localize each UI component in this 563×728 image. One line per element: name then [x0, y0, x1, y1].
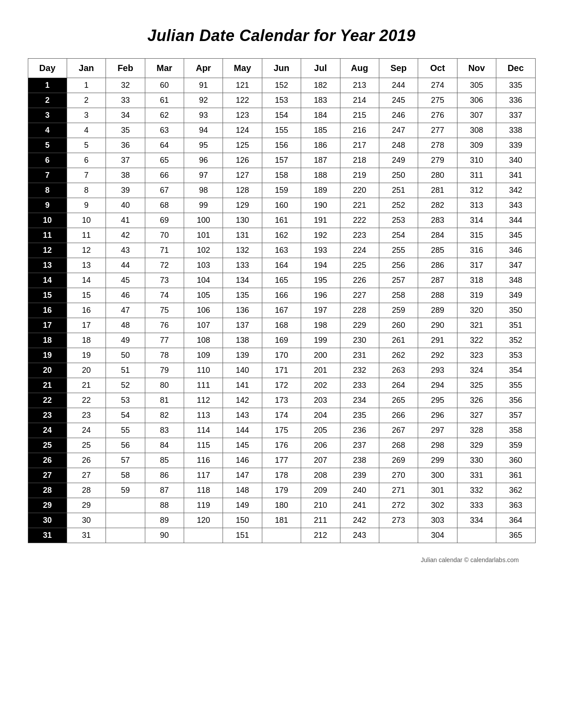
- value-cell-sep: 271: [379, 483, 418, 498]
- value-cell-apr: 107: [184, 318, 223, 333]
- value-cell-mar: 61: [145, 93, 184, 108]
- value-cell-jun: 180: [262, 498, 301, 513]
- value-cell-nov: 327: [457, 408, 496, 423]
- value-cell-feb: 50: [106, 348, 145, 363]
- table-row: 20205179110140171201232263293324354: [28, 363, 535, 378]
- value-cell-aug: 240: [340, 483, 379, 498]
- value-cell-sep: 246: [379, 108, 418, 123]
- value-cell-feb: 56: [106, 438, 145, 453]
- value-cell-dec: 344: [496, 213, 536, 228]
- value-cell-apr: [184, 528, 223, 543]
- value-cell-nov: 320: [457, 303, 496, 318]
- value-cell-aug: 227: [340, 288, 379, 303]
- value-cell-aug: 222: [340, 213, 379, 228]
- value-cell-nov: 321: [457, 318, 496, 333]
- table-row: 23235482113143174204235266296327357: [28, 408, 535, 423]
- value-cell-apr: 119: [184, 498, 223, 513]
- table-row: 313190151212243304365: [28, 528, 535, 543]
- value-cell-sep: 247: [379, 123, 418, 138]
- value-cell-jan: 13: [67, 258, 106, 273]
- value-cell-apr: 91: [184, 78, 223, 93]
- value-cell-nov: 308: [457, 123, 496, 138]
- day-cell: 6: [28, 153, 67, 168]
- column-header-mar: Mar: [145, 59, 184, 78]
- column-header-sep: Sep: [379, 59, 418, 78]
- value-cell-jun: 178: [262, 468, 301, 483]
- value-cell-nov: 324: [457, 363, 496, 378]
- day-cell: 25: [28, 438, 67, 453]
- day-cell: 9: [28, 198, 67, 213]
- value-cell-jun: 171: [262, 363, 301, 378]
- value-cell-jan: 19: [67, 348, 106, 363]
- day-cell: 28: [28, 483, 67, 498]
- value-cell-apr: 108: [184, 333, 223, 348]
- value-cell-oct: 290: [418, 318, 457, 333]
- footer-text: Julian calendar © calendarlabs.com: [421, 556, 545, 563]
- day-cell: 20: [28, 363, 67, 378]
- value-cell-jun: 181: [262, 513, 301, 528]
- value-cell-dec: 342: [496, 183, 536, 198]
- value-cell-dec: 345: [496, 228, 536, 243]
- value-cell-jun: 160: [262, 198, 301, 213]
- value-cell-aug: 226: [340, 273, 379, 288]
- table-row: 19195078109139170200231262292323353: [28, 348, 535, 363]
- value-cell-may: 141: [223, 378, 262, 393]
- value-cell-mar: 60: [145, 78, 184, 93]
- value-cell-may: 139: [223, 348, 262, 363]
- value-cell-sep: 252: [379, 198, 418, 213]
- value-cell-jan: 27: [67, 468, 106, 483]
- value-cell-aug: 215: [340, 108, 379, 123]
- value-cell-oct: 288: [418, 288, 457, 303]
- value-cell-oct: 277: [418, 123, 457, 138]
- value-cell-jan: 24: [67, 423, 106, 438]
- value-cell-aug: 234: [340, 393, 379, 408]
- value-cell-jan: 22: [67, 393, 106, 408]
- value-cell-feb: 59: [106, 483, 145, 498]
- value-cell-dec: 349: [496, 288, 536, 303]
- value-cell-may: 128: [223, 183, 262, 198]
- value-cell-dec: 358: [496, 423, 536, 438]
- value-cell-jul: 201: [301, 363, 340, 378]
- value-cell-may: 130: [223, 213, 262, 228]
- value-cell-aug: 237: [340, 438, 379, 453]
- value-cell-apr: 115: [184, 438, 223, 453]
- value-cell-dec: 364: [496, 513, 536, 528]
- value-cell-oct: 279: [418, 153, 457, 168]
- value-cell-apr: 112: [184, 393, 223, 408]
- value-cell-jul: 197: [301, 303, 340, 318]
- value-cell-apr: 111: [184, 378, 223, 393]
- value-cell-aug: 213: [340, 78, 379, 93]
- value-cell-apr: 94: [184, 123, 223, 138]
- table-row: 88396798128159189220251281312342: [28, 183, 535, 198]
- value-cell-nov: 331: [457, 468, 496, 483]
- table-row: 22336192122153183214245275306336: [28, 93, 535, 108]
- value-cell-nov: 313: [457, 198, 496, 213]
- table-row: 303089120150181211242273303334364: [28, 513, 535, 528]
- column-header-may: May: [223, 59, 262, 78]
- value-cell-jun: 165: [262, 273, 301, 288]
- day-cell: 13: [28, 258, 67, 273]
- value-cell-jul: 190: [301, 198, 340, 213]
- value-cell-jan: 4: [67, 123, 106, 138]
- day-cell: 18: [28, 333, 67, 348]
- value-cell-feb: 55: [106, 423, 145, 438]
- value-cell-may: 151: [223, 528, 262, 543]
- value-cell-feb: 36: [106, 138, 145, 153]
- value-cell-jul: 182: [301, 78, 340, 93]
- value-cell-jan: 17: [67, 318, 106, 333]
- value-cell-oct: 287: [418, 273, 457, 288]
- value-cell-apr: 95: [184, 138, 223, 153]
- value-cell-aug: 219: [340, 168, 379, 183]
- value-cell-may: 142: [223, 393, 262, 408]
- value-cell-mar: 66: [145, 168, 184, 183]
- value-cell-sep: 259: [379, 303, 418, 318]
- value-cell-jan: 14: [67, 273, 106, 288]
- value-cell-jun: 157: [262, 153, 301, 168]
- value-cell-jun: 158: [262, 168, 301, 183]
- value-cell-sep: 265: [379, 393, 418, 408]
- value-cell-oct: 286: [418, 258, 457, 273]
- day-cell: 31: [28, 528, 67, 543]
- value-cell-may: 127: [223, 168, 262, 183]
- value-cell-jun: 155: [262, 123, 301, 138]
- value-cell-apr: 120: [184, 513, 223, 528]
